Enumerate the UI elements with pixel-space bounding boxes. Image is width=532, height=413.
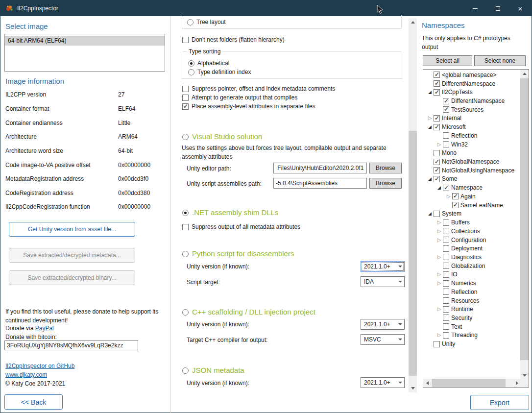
namespace-checkbox[interactable] xyxy=(443,98,449,104)
namespace-label: TestSources xyxy=(451,106,484,113)
namespace-item[interactable]: DifferentNamespace xyxy=(423,97,520,105)
namespace-item[interactable]: <global namespace> xyxy=(423,71,520,79)
expand-icon[interactable]: ▷ xyxy=(435,307,443,312)
namespace-item[interactable]: ▷Configuration xyxy=(423,236,520,244)
namespace-item[interactable]: ▷Diagnostics xyxy=(423,253,520,262)
tree-scroll-up-button[interactable] xyxy=(520,70,529,78)
namespace-item[interactable]: ◢Il2CppTests xyxy=(423,88,520,97)
namespace-checkbox[interactable] xyxy=(434,176,440,182)
namespace-item[interactable]: TestSources xyxy=(423,105,520,114)
namespace-checkbox[interactable] xyxy=(443,219,449,226)
namespace-item[interactable]: DifferentNamespace xyxy=(423,79,520,88)
namespace-item[interactable]: Text xyxy=(423,322,520,331)
namespace-checkbox[interactable] xyxy=(443,315,449,321)
expand-icon[interactable]: ▷ xyxy=(435,281,443,286)
namespace-checkbox[interactable] xyxy=(443,306,449,313)
namespace-checkbox[interactable] xyxy=(443,237,449,243)
namespace-checkbox[interactable] xyxy=(443,228,449,234)
namespace-checkbox[interactable] xyxy=(434,80,440,87)
namespace-checkbox[interactable] xyxy=(452,193,459,199)
namespace-checkbox[interactable] xyxy=(443,263,449,269)
namespace-checkbox[interactable] xyxy=(443,141,449,147)
namespace-item[interactable]: Unity xyxy=(423,340,520,348)
namespace-item[interactable]: ◢System xyxy=(423,210,520,219)
expand-icon[interactable]: ▷ xyxy=(426,116,434,121)
namespace-item[interactable]: Reflection xyxy=(423,131,520,140)
namespace-checkbox[interactable] xyxy=(434,89,440,96)
namespace-item[interactable]: ◢Microsoft xyxy=(423,122,520,131)
namespace-checkbox[interactable] xyxy=(434,150,440,156)
namespace-checkbox[interactable] xyxy=(443,323,449,330)
namespace-label: NotGlobalUsingNamespace xyxy=(442,167,514,174)
namespace-item[interactable]: Reflection xyxy=(423,288,520,296)
namespace-label: Collections xyxy=(451,228,480,235)
namespace-checkbox[interactable] xyxy=(434,341,440,347)
namespace-checkbox[interactable] xyxy=(443,289,449,295)
expand-icon[interactable]: ▷ xyxy=(445,194,452,199)
namespace-checkbox[interactable] xyxy=(443,185,449,191)
namespace-checkbox[interactable] xyxy=(434,72,440,78)
namespace-checkbox[interactable] xyxy=(443,297,449,304)
namespace-item[interactable]: ◢Namespace xyxy=(423,183,520,192)
namespace-checkbox[interactable] xyxy=(452,202,459,208)
namespace-item[interactable]: ▷Win32 xyxy=(423,140,520,149)
namespace-item[interactable]: ▷Threading xyxy=(423,331,520,340)
namespace-item[interactable]: ▷Collections xyxy=(423,227,520,236)
namespace-checkbox[interactable] xyxy=(443,106,449,113)
namespace-label: Numerics xyxy=(451,280,476,287)
namespace-checkbox[interactable] xyxy=(443,332,449,339)
namespace-label: Win32 xyxy=(451,141,468,148)
scroll-up-icon xyxy=(523,73,527,75)
namespace-checkbox[interactable] xyxy=(434,211,440,217)
namespace-item[interactable]: ▷IO xyxy=(423,270,520,279)
expand-icon[interactable]: ▷ xyxy=(435,333,443,338)
expand-icon[interactable]: ▷ xyxy=(435,272,443,277)
namespace-checkbox[interactable] xyxy=(434,159,440,165)
tree-vertical-scrollbar[interactable] xyxy=(520,70,529,380)
namespace-checkbox[interactable] xyxy=(443,245,449,252)
namespace-item[interactable]: Globalization xyxy=(423,262,520,270)
namespace-label: Runtime xyxy=(451,306,473,313)
tree-scroll-left-button[interactable] xyxy=(423,379,432,387)
namespace-label: SameLeafName xyxy=(460,202,503,209)
namespace-item[interactable]: NotGlobalNamespace xyxy=(423,157,520,166)
namespace-item[interactable]: NotGlobalUsingNamespace xyxy=(423,166,520,175)
expand-icon[interactable]: ▷ xyxy=(435,220,443,225)
expand-icon[interactable]: ▷ xyxy=(435,229,443,234)
namespace-checkbox[interactable] xyxy=(434,115,440,121)
namespace-item[interactable]: ◢Some xyxy=(423,175,520,184)
namespace-item[interactable]: Mono xyxy=(423,148,520,157)
namespace-item[interactable]: ▷Buffers xyxy=(423,218,520,227)
scroll-down-icon xyxy=(523,374,527,377)
collapse-icon[interactable]: ◢ xyxy=(426,125,434,129)
tree-scrollbar-thumb[interactable] xyxy=(520,78,529,360)
namespace-item[interactable]: Security xyxy=(423,314,520,322)
collapse-icon[interactable]: ◢ xyxy=(426,90,434,95)
expand-icon[interactable]: ▷ xyxy=(435,142,443,147)
namespace-item[interactable]: ▷Runtime xyxy=(423,305,520,314)
expand-icon[interactable]: ▷ xyxy=(435,255,443,260)
namespace-checkbox[interactable] xyxy=(443,254,449,260)
namespace-label: Diagnostics xyxy=(451,254,482,261)
tree-horizontal-scrollbar[interactable] xyxy=(423,379,521,387)
expand-icon[interactable]: ▷ xyxy=(435,238,443,243)
namespace-item[interactable]: ▷Again xyxy=(423,192,520,201)
select-all-button[interactable]: Select all xyxy=(423,55,472,66)
namespace-item[interactable]: ▷Internal xyxy=(423,114,520,123)
export-button[interactable]: Export xyxy=(470,395,529,410)
select-none-button[interactable]: Select none xyxy=(474,55,526,66)
namespace-label: Reflection xyxy=(451,132,477,139)
namespace-item[interactable]: SameLeafName xyxy=(423,201,520,210)
namespace-checkbox[interactable] xyxy=(443,132,449,139)
namespace-checkbox[interactable] xyxy=(443,271,449,278)
tree-hscrollbar-thumb[interactable] xyxy=(432,379,506,387)
namespace-item[interactable]: ▷Numerics xyxy=(423,279,520,288)
collapse-icon[interactable]: ◢ xyxy=(426,177,434,181)
collapse-icon[interactable]: ◢ xyxy=(426,212,434,216)
namespace-item[interactable]: Deployment xyxy=(423,244,520,253)
collapse-icon[interactable]: ◢ xyxy=(435,186,443,190)
namespace-checkbox[interactable] xyxy=(434,167,440,173)
namespace-checkbox[interactable] xyxy=(443,280,449,287)
namespace-item[interactable]: Resources xyxy=(423,296,520,305)
namespace-checkbox[interactable] xyxy=(434,124,440,130)
